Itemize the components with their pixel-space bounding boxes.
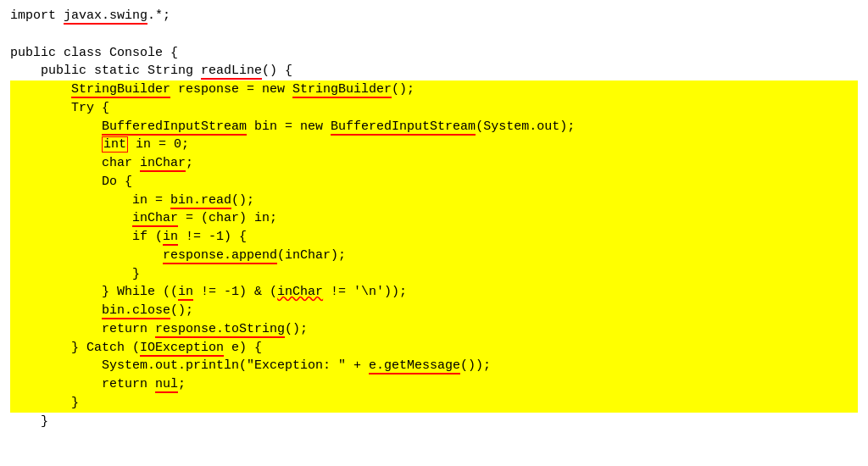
code-line-13: if (in != -1) { bbox=[10, 228, 858, 247]
code-line-19: } Catch (IOException e) { bbox=[10, 339, 858, 358]
code-line-7: BufferedInputStream bin = new BufferedIn… bbox=[10, 118, 858, 136]
code-line-17: bin.close(); bbox=[10, 302, 858, 320]
stringbuilder2-underline: StringBuilder bbox=[292, 82, 392, 98]
code-line-16: } While ((in != -1) & (inChar != '\n')); bbox=[10, 283, 858, 302]
egetmessage-underline: e.getMessage bbox=[369, 358, 460, 374]
inchar-underline: inChar bbox=[140, 156, 186, 172]
code-line-20: System.out.println("Exception: " + e.get… bbox=[10, 357, 858, 375]
import-underline: javax.swing bbox=[64, 8, 147, 25]
code-line-5: StringBuilder response = new StringBuild… bbox=[10, 80, 858, 99]
int-box: int bbox=[102, 136, 128, 153]
in2-underline: in bbox=[178, 285, 193, 301]
stringbuilder-underline: StringBuilder bbox=[71, 82, 170, 98]
code-line-14: response.append(inChar); bbox=[10, 247, 858, 265]
code-line-3: public class Console { bbox=[10, 44, 858, 63]
code-line-2 bbox=[10, 25, 858, 44]
inchar2-underline: inChar bbox=[132, 211, 178, 227]
code-line-4: public static String readLine() { bbox=[10, 62, 858, 80]
responsetostring-underline: response.toString bbox=[155, 322, 285, 338]
code-line-22: } bbox=[10, 394, 858, 413]
binread-underline: bin.read bbox=[170, 193, 231, 209]
code-line-12: inChar = (char) in; bbox=[10, 209, 858, 228]
code-line-11: in = bin.read(); bbox=[10, 191, 858, 210]
in-underline: in bbox=[163, 230, 178, 246]
bufferedinputstream2-underline: BufferedInputStream bbox=[331, 119, 476, 136]
code-editor: import javax.swing.*; public class Conso… bbox=[0, 0, 868, 437]
binclose-underline: bin.close bbox=[102, 303, 170, 319]
inchar3-underline: inChar bbox=[277, 285, 323, 299]
code-line-8: int in = 0; bbox=[10, 136, 858, 154]
bufferedinputstream1-underline: BufferedInputStream bbox=[102, 119, 247, 136]
readline-underline: readLine bbox=[201, 64, 262, 80]
code-line-23: } bbox=[10, 413, 858, 431]
code-line-18: return response.toString(); bbox=[10, 320, 858, 339]
code-line-10: Do { bbox=[10, 173, 858, 191]
nul-underline: nul bbox=[155, 377, 178, 393]
code-line-15: } bbox=[10, 265, 858, 284]
code-line-6: Try { bbox=[10, 99, 858, 118]
ioexception-underline: IOException bbox=[140, 341, 224, 357]
code-line-1: import javax.swing.*; bbox=[10, 7, 858, 25]
code-line-9: char inChar; bbox=[10, 154, 858, 173]
responseappend-underline: response.append bbox=[163, 248, 277, 264]
code-line-21: return nul; bbox=[10, 375, 858, 394]
